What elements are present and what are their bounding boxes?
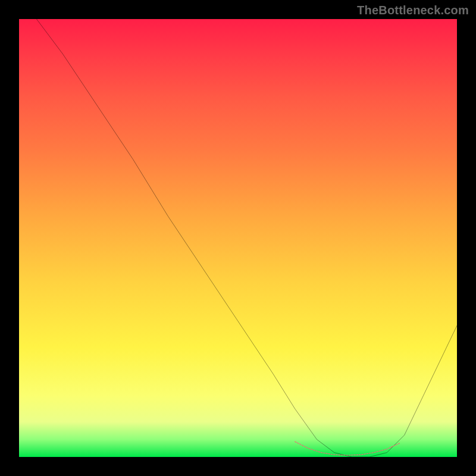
plot-area bbox=[19, 19, 457, 457]
watermark-text: TheBottleneck.com bbox=[357, 4, 469, 17]
chart-svg bbox=[19, 19, 457, 457]
chart-container: TheBottleneck.com bbox=[0, 0, 476, 476]
curve-path bbox=[36, 19, 457, 457]
